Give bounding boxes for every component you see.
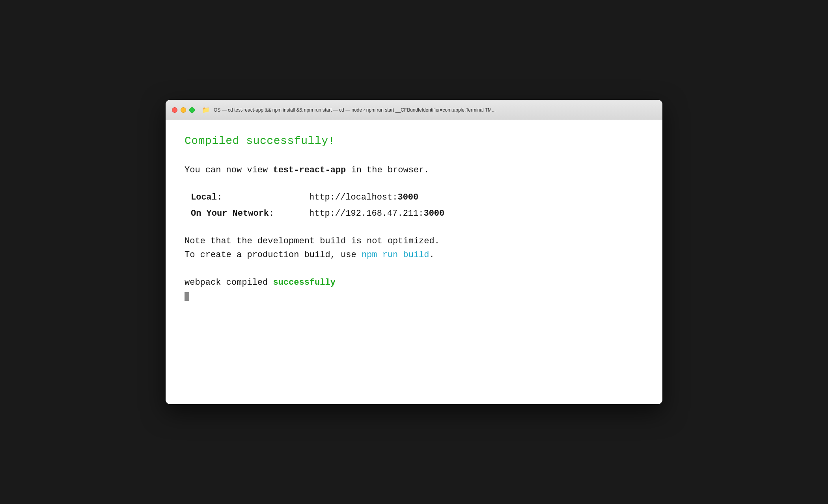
view-suffix: in the browser. <box>346 165 429 175</box>
minimize-button[interactable] <box>181 107 186 113</box>
close-button[interactable] <box>172 107 177 113</box>
network-label: On Your Network: <box>191 207 309 220</box>
local-url: http://localhost:3000 <box>309 191 418 204</box>
local-label: Local: <box>191 191 309 204</box>
app-name: test-react-app <box>273 165 346 175</box>
folder-icon: 📁 <box>202 106 210 114</box>
note-line2-prefix: To create a production build, use <box>185 250 362 260</box>
network-url-prefix: http://192.168.47.211: <box>309 209 423 218</box>
terminal-body[interactable]: Compiled successfully! You can now view … <box>166 120 662 404</box>
note-line-2: To create a production build, use npm ru… <box>185 248 643 262</box>
local-port: 3000 <box>397 192 418 202</box>
note-section: Note that the development build is not o… <box>185 234 643 262</box>
cursor-line <box>185 291 643 301</box>
webpack-line: webpack compiled successfully <box>185 276 643 289</box>
npm-command: npm run build <box>362 250 429 260</box>
maximize-button[interactable] <box>189 107 195 113</box>
note-line2-suffix: . <box>429 250 435 260</box>
traffic-lights <box>172 107 195 113</box>
network-row: On Your Network: http://192.168.47.211:3… <box>191 207 643 220</box>
titlebar-text: OS — cd test-react-app && npm install &&… <box>214 107 496 113</box>
view-line: You can now view test-react-app in the b… <box>185 164 643 177</box>
local-url-prefix: http://localhost: <box>309 192 397 202</box>
webpack-prefix: webpack compiled <box>185 278 273 287</box>
network-port: 3000 <box>423 209 444 218</box>
local-row: Local: http://localhost:3000 <box>191 191 643 204</box>
webpack-success: successfully <box>273 278 335 287</box>
compiled-text: Compiled successfully! <box>185 135 335 147</box>
view-prefix: You can now view <box>185 165 273 175</box>
titlebar: 📁 OS — cd test-react-app && npm install … <box>166 100 662 120</box>
note-line-1: Note that the development build is not o… <box>185 234 643 248</box>
network-url: http://192.168.47.211:3000 <box>309 207 444 220</box>
terminal-window: 📁 OS — cd test-react-app && npm install … <box>166 100 662 404</box>
compiled-success-line: Compiled successfully! <box>185 133 643 149</box>
cursor <box>185 292 189 301</box>
network-info: Local: http://localhost:3000 On Your Net… <box>185 191 643 220</box>
